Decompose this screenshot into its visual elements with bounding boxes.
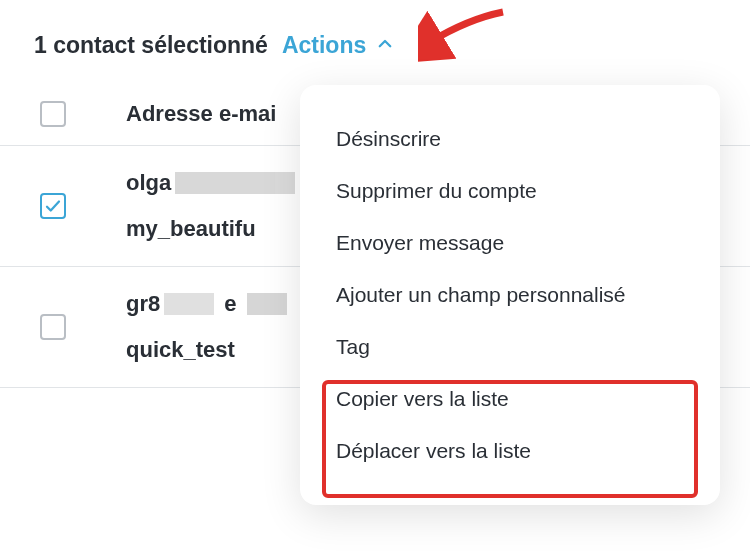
- row-email: olga: [126, 170, 295, 196]
- check-icon: [44, 197, 62, 215]
- chevron-up-icon: [376, 32, 394, 59]
- selection-header: 1 contact sélectionné Actions: [0, 0, 750, 83]
- menu-item-delete-account[interactable]: Supprimer du compte: [300, 165, 720, 217]
- actions-dropdown-trigger[interactable]: Actions: [282, 32, 394, 59]
- row-secondary: quick_test: [126, 337, 287, 363]
- row-email: gr8 e: [126, 291, 287, 317]
- row-checkbox[interactable]: [40, 193, 66, 219]
- row-email-prefix: olga: [126, 170, 171, 196]
- menu-item-copy-to-list[interactable]: Copier vers la liste: [300, 373, 720, 425]
- menu-item-unsubscribe[interactable]: Désinscrire: [300, 113, 720, 165]
- menu-item-tag[interactable]: Tag: [300, 321, 720, 373]
- redacted-text: [164, 293, 214, 315]
- email-column-header: Adresse e-mai: [126, 101, 276, 127]
- redacted-text: [275, 172, 295, 194]
- redacted-text: [247, 293, 287, 315]
- select-all-checkbox[interactable]: [40, 101, 66, 127]
- row-text-group: gr8 e quick_test: [126, 291, 287, 363]
- row-secondary: my_beautifu: [126, 216, 295, 242]
- selected-count-text: 1 contact sélectionné: [34, 32, 268, 59]
- row-checkbox[interactable]: [40, 314, 66, 340]
- row-email-prefix: gr8: [126, 291, 160, 317]
- actions-dropdown-menu: Désinscrire Supprimer du compte Envoyer …: [300, 85, 720, 505]
- menu-item-send-message[interactable]: Envoyer message: [300, 217, 720, 269]
- row-text-group: olga my_beautifu: [126, 170, 295, 242]
- row-email-mid: e: [224, 291, 236, 317]
- redacted-text: [175, 172, 275, 194]
- menu-item-move-to-list[interactable]: Déplacer vers la liste: [300, 425, 720, 477]
- actions-label: Actions: [282, 32, 366, 59]
- menu-item-add-custom-field[interactable]: Ajouter un champ personnalisé: [300, 269, 720, 321]
